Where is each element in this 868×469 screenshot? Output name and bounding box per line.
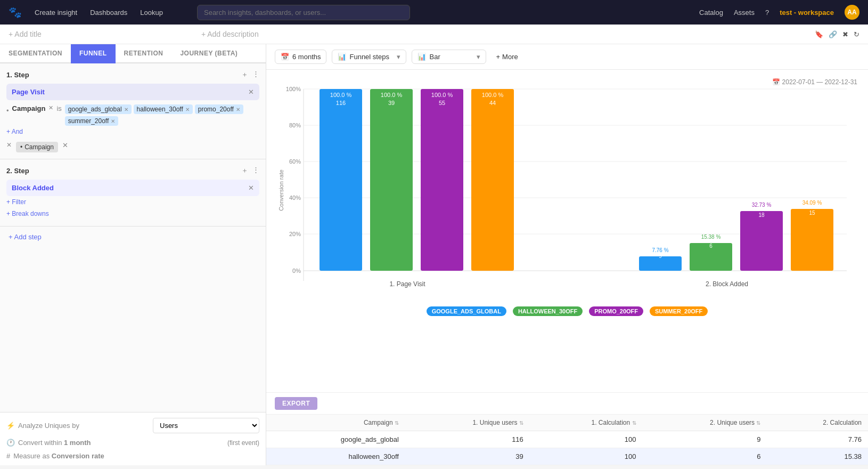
date-range-label: 2022-07-01 — 2022-12-31 bbox=[782, 78, 857, 86]
logo: 🐾 bbox=[9, 6, 22, 19]
plus-icon: + bbox=[496, 53, 500, 61]
top-navigation: 🐾 Create insight Dashboards Lookup Catal… bbox=[0, 0, 868, 25]
cell-c2: 15.38 bbox=[767, 448, 868, 465]
tab-journey[interactable]: JOURNEY (beta) bbox=[171, 44, 246, 63]
right-panel: 📅 6 months 📊 Funnel steps ▾ 📊 Bar ▾ + Mo… bbox=[266, 44, 868, 465]
svg-rect-20 bbox=[421, 89, 463, 271]
svg-rect-23 bbox=[471, 89, 514, 271]
sort-icon-u1[interactable]: ⇅ bbox=[519, 420, 523, 426]
cell-c1: 100 bbox=[530, 448, 643, 465]
page-desc-placeholder[interactable]: + Add description bbox=[201, 30, 259, 38]
sort-icon-u2[interactable]: ⇅ bbox=[756, 420, 760, 426]
step-2-title: 2. Step bbox=[6, 167, 241, 175]
svg-text:100.0 %: 100.0 % bbox=[330, 92, 352, 98]
analyze-label: ⚡ Analyze Uniques by bbox=[6, 422, 149, 430]
bookmark-icon[interactable]: 🔖 bbox=[815, 30, 823, 38]
step-1-more-icon[interactable]: ⋮ bbox=[252, 70, 259, 79]
main-layout: SEGMENTATION FUNNEL RETENTION JOURNEY (b… bbox=[0, 44, 868, 465]
close-icon[interactable]: ✖ bbox=[842, 30, 848, 38]
svg-text:6: 6 bbox=[709, 243, 713, 249]
export-button[interactable]: EXPORT bbox=[275, 397, 317, 410]
svg-text:1. Page Visit: 1. Page Visit bbox=[389, 280, 425, 288]
svg-text:15.38 %: 15.38 % bbox=[701, 234, 721, 240]
chart-area: 📅 2022-07-01 — 2022-12-31 Conversion rat… bbox=[266, 70, 868, 392]
more-button[interactable]: + More bbox=[492, 50, 522, 63]
help-icon[interactable]: ? bbox=[765, 9, 769, 17]
sort-icon-c1[interactable]: ⇅ bbox=[632, 420, 636, 426]
measure-row: # Measure as Conversion rate bbox=[6, 452, 259, 460]
tag-summer-remove[interactable]: ✕ bbox=[111, 118, 115, 124]
cell-u2: 9 bbox=[643, 431, 767, 448]
step-1-event-close[interactable]: ✕ bbox=[248, 88, 254, 96]
date-range: 📅 2022-07-01 — 2022-12-31 bbox=[772, 78, 857, 86]
nav-assets[interactable]: Assets bbox=[734, 9, 755, 17]
tag-google-ads: google_ads_global ✕ bbox=[65, 104, 132, 114]
step-1-header: 1. Step ＋ ⋮ bbox=[6, 70, 259, 79]
workspace-label: test - workspace bbox=[780, 9, 834, 17]
add-breakdown-btn[interactable]: + Break downs bbox=[6, 208, 259, 220]
avatar: AA bbox=[845, 5, 859, 20]
step-2-event-name: Block Added bbox=[12, 184, 248, 192]
refresh-icon[interactable]: ↻ bbox=[854, 30, 859, 38]
add-step-button[interactable]: + Add step bbox=[0, 227, 266, 247]
svg-rect-33 bbox=[740, 211, 783, 271]
add-filter-btn[interactable]: + Filter bbox=[6, 196, 259, 208]
badge-remove-x[interactable]: ✕ bbox=[6, 141, 12, 149]
bottom-options: ⚡ Analyze Uniques by Users Sessions Orga… bbox=[0, 412, 266, 465]
and-link[interactable]: + And bbox=[6, 126, 259, 138]
filter-remove[interactable]: ✕ bbox=[48, 104, 53, 111]
campaign-badge-close[interactable]: ✕ bbox=[62, 141, 68, 149]
analyze-select[interactable]: Users Sessions Organizations bbox=[153, 418, 259, 433]
left-panel: SEGMENTATION FUNNEL RETENTION JOURNEY (b… bbox=[0, 44, 266, 465]
tag-halloween-remove[interactable]: ✕ bbox=[185, 107, 190, 112]
campaign-badge: • Campaign bbox=[16, 142, 58, 152]
tag-google-ads-remove[interactable]: ✕ bbox=[124, 107, 128, 112]
step-2-add-icon[interactable]: ＋ bbox=[241, 166, 248, 175]
tag-summer: summer_20off ✕ bbox=[65, 116, 118, 126]
col-c2: 2. Calculation bbox=[767, 415, 868, 431]
svg-rect-14 bbox=[320, 89, 362, 271]
svg-rect-17 bbox=[370, 89, 413, 271]
svg-text:32.73 %: 32.73 % bbox=[752, 202, 772, 208]
step-2-event-close[interactable]: ✕ bbox=[248, 184, 254, 192]
svg-text:18: 18 bbox=[758, 212, 765, 218]
step-2-event: Block Added ✕ bbox=[6, 180, 259, 196]
legend-promo: PROMO_20OFF bbox=[589, 306, 643, 316]
filter-name: Campaign bbox=[12, 104, 46, 112]
step-1-add-icon[interactable]: ＋ bbox=[241, 70, 248, 79]
page-title-placeholder[interactable]: + Add title bbox=[9, 30, 42, 38]
nav-dashboards[interactable]: Dashboards bbox=[90, 9, 127, 17]
nav-create-insight[interactable]: Create insight bbox=[35, 9, 77, 17]
tag-halloween: halloween_30off ✕ bbox=[134, 104, 193, 114]
cell-c1: 100 bbox=[530, 431, 643, 448]
bar-type-selector[interactable]: 📊 Bar ▾ bbox=[412, 50, 486, 64]
col-u2: 2. Unique users ⇅ bbox=[643, 415, 767, 431]
header-icons: 🔖 🔗 ✖ ↻ bbox=[815, 30, 859, 38]
analysis-tabs: SEGMENTATION FUNNEL RETENTION JOURNEY (b… bbox=[0, 44, 266, 63]
search-input[interactable] bbox=[197, 5, 410, 20]
data-table: Campaign ⇅ 1. Unique users ⇅ 1. Calculat… bbox=[266, 415, 868, 465]
tab-segmentation[interactable]: SEGMENTATION bbox=[0, 44, 71, 63]
svg-text:15: 15 bbox=[809, 210, 815, 216]
export-bar: EXPORT bbox=[266, 392, 868, 415]
chart-legend: GOOGLE_ADS_GLOBAL HALLOWEEN_30OFF PROMO_… bbox=[277, 306, 857, 316]
col-campaign: Campaign ⇅ bbox=[266, 415, 405, 431]
tab-funnel[interactable]: FUNNEL bbox=[71, 44, 116, 63]
nav-lookup[interactable]: Lookup bbox=[140, 9, 163, 17]
data-table-container: Campaign ⇅ 1. Unique users ⇅ 1. Calculat… bbox=[266, 415, 868, 465]
funnel-steps-selector[interactable]: 📊 Funnel steps ▾ bbox=[332, 50, 406, 64]
svg-text:0%: 0% bbox=[292, 268, 301, 274]
period-selector[interactable]: 📅 6 months bbox=[275, 50, 326, 64]
legend-summer: SUMMER_20OFF bbox=[650, 306, 708, 316]
tab-retention[interactable]: RETENTION bbox=[116, 44, 172, 63]
col-u1: 1. Unique users ⇅ bbox=[405, 415, 530, 431]
chevron-down-icon: ▾ bbox=[397, 53, 400, 61]
step-2-more-icon[interactable]: ⋮ bbox=[252, 166, 259, 175]
step-1-filter-row: • Campaign ✕ is google_ads_global ✕ hall… bbox=[6, 104, 259, 126]
step-1-actions: ＋ ⋮ bbox=[241, 70, 259, 79]
tag-promo-remove[interactable]: ✕ bbox=[236, 107, 240, 112]
svg-text:55: 55 bbox=[439, 100, 445, 106]
nav-catalog[interactable]: Catalog bbox=[699, 9, 723, 17]
link-icon[interactable]: 🔗 bbox=[829, 30, 837, 38]
sort-icon-campaign[interactable]: ⇅ bbox=[395, 420, 399, 426]
